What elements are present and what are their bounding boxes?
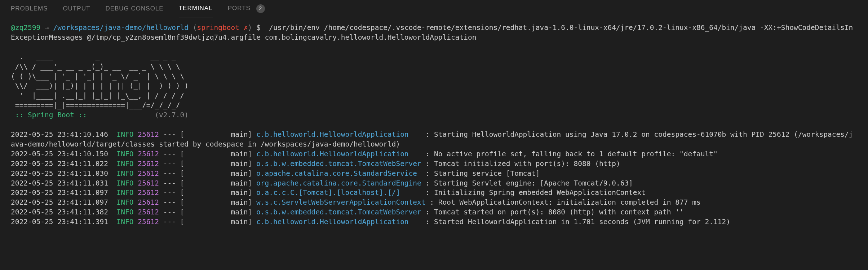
- log-logger: o.s.b.w.embedded.tomcat.TomcatWebServer: [256, 160, 421, 168]
- ports-count-badge: 2: [256, 4, 265, 13]
- log-sep: --- [: [159, 198, 231, 206]
- spring-version: (v2.7.0): [91, 111, 189, 119]
- log-level: INFO: [117, 160, 134, 168]
- log-logger: c.b.helloworld.HelloworldApplication: [256, 130, 421, 139]
- log-logger: c.b.helloworld.HelloworldApplication: [256, 150, 421, 158]
- log-timestamp: 2022-05-25 23:41:11.382: [11, 208, 117, 216]
- log-message: Starting Servlet engine: [Apache Tomcat/…: [434, 179, 633, 187]
- log-line: 2022-05-25 23:41:10.150 INFO 25612 --- […: [11, 149, 857, 159]
- log-message: Starting service [Tomcat]: [434, 169, 540, 178]
- log-sep: --- [: [159, 218, 231, 226]
- log-thread: main: [231, 160, 248, 168]
- log-level: INFO: [117, 198, 134, 206]
- log-logger: w.s.c.ServletWebServerApplicationContext: [256, 198, 426, 206]
- log-thread: main: [231, 218, 248, 226]
- prompt-user: @zq2599: [11, 23, 40, 32]
- log-level: INFO: [117, 150, 134, 158]
- log-timestamp: 2022-05-25 23:41:11.391: [11, 218, 117, 226]
- log-colon: :: [421, 188, 434, 197]
- log-timestamp: 2022-05-25 23:41:11.097: [11, 198, 117, 206]
- terminal-prompt-line: @zq2599 → /workspaces/java-demo/hellowor…: [11, 23, 857, 43]
- log-thread: main: [231, 179, 248, 187]
- log-pid: 25612: [133, 208, 159, 216]
- log-pid: 25612: [133, 130, 159, 139]
- prompt-dollar: $: [256, 23, 269, 32]
- log-sep: --- [: [159, 130, 231, 139]
- log-pid: 25612: [133, 160, 159, 168]
- log-sep-close: ]: [248, 218, 256, 226]
- log-thread: main: [231, 188, 248, 197]
- log-level: INFO: [117, 179, 134, 187]
- log-thread: main: [231, 198, 248, 206]
- log-message: Initializing Spring embedded WebApplicat…: [434, 188, 646, 197]
- log-sep: --- [: [159, 188, 231, 197]
- log-colon: :: [421, 179, 434, 187]
- log-sep-close: ]: [248, 160, 256, 168]
- panel-tabs: PROBLEMS OUTPUT DEBUG CONSOLE TERMINAL P…: [0, 0, 868, 17]
- log-pid: 25612: [133, 218, 159, 226]
- tab-ports-label: PORTS: [228, 5, 251, 12]
- terminal-content[interactable]: @zq2599 → /workspaces/java-demo/hellowor…: [0, 17, 868, 227]
- log-sep-close: ]: [248, 169, 256, 178]
- log-level: INFO: [117, 130, 134, 139]
- log-line: 2022-05-25 23:41:11.031 INFO 25612 --- […: [11, 179, 857, 188]
- log-message: Tomcat initialized with port(s): 8080 (h…: [434, 160, 620, 168]
- log-thread: main: [231, 150, 248, 158]
- log-sep: --- [: [159, 150, 231, 158]
- log-logger: org.apache.catalina.core.StandardEngine: [256, 179, 421, 187]
- log-level: INFO: [117, 208, 134, 216]
- log-line: 2022-05-25 23:41:11.097 INFO 25612 --- […: [11, 198, 857, 208]
- log-sep: --- [: [159, 169, 231, 178]
- log-sep-close: ]: [248, 198, 256, 206]
- prompt-arrow: →: [40, 23, 53, 32]
- tab-terminal[interactable]: TERMINAL: [179, 0, 213, 17]
- log-message: Tomcat started on port(s): 8080 (http) w…: [434, 208, 684, 216]
- log-logger: o.s.b.w.embedded.tomcat.TomcatWebServer: [256, 208, 421, 216]
- log-colon: :: [421, 208, 434, 216]
- log-colon: :: [421, 150, 434, 158]
- log-line: 2022-05-25 23:41:10.146 INFO 25612 --- […: [11, 130, 857, 149]
- tab-output[interactable]: OUTPUT: [63, 0, 90, 17]
- log-timestamp: 2022-05-25 23:41:11.022: [11, 160, 117, 168]
- log-message: No active profile set, falling back to 1…: [434, 150, 718, 158]
- log-logger: c.b.helloworld.HelloworldApplication: [256, 218, 421, 226]
- log-level: INFO: [117, 188, 134, 197]
- log-message: Root WebApplicationContext: initializati…: [438, 198, 701, 206]
- log-logger: o.apache.catalina.core.StandardService: [256, 169, 421, 178]
- log-thread: main: [231, 169, 248, 178]
- log-colon: :: [421, 160, 434, 168]
- prompt-paren-close: ): [248, 23, 256, 32]
- prompt-paren-open: (: [189, 23, 197, 32]
- log-colon: :: [426, 198, 438, 206]
- log-level: INFO: [117, 218, 134, 226]
- log-message: Started HelloworldApplication in 1.701 s…: [434, 218, 730, 226]
- log-pid: 25612: [133, 169, 159, 178]
- log-timestamp: 2022-05-25 23:41:11.031: [11, 179, 117, 187]
- log-sep-close: ]: [248, 150, 256, 158]
- log-colon: :: [421, 130, 434, 139]
- log-pid: 25612: [133, 188, 159, 197]
- spring-boot-version-line: :: Spring Boot :: (v2.7.0): [11, 110, 857, 120]
- tab-ports[interactable]: PORTS 2: [228, 0, 265, 17]
- log-timestamp: 2022-05-25 23:41:11.097: [11, 188, 117, 197]
- log-line: 2022-05-25 23:41:11.097 INFO 25612 --- […: [11, 188, 857, 198]
- log-pid: 25612: [133, 179, 159, 187]
- log-colon: :: [421, 169, 434, 178]
- log-colon: :: [421, 218, 434, 226]
- log-line: 2022-05-25 23:41:11.022 INFO 25612 --- […: [11, 159, 857, 169]
- tab-debug-console[interactable]: DEBUG CONSOLE: [105, 0, 163, 17]
- log-logger: o.a.c.c.C.[Tomcat].[localhost].[/]: [256, 188, 421, 197]
- log-line: 2022-05-25 23:41:11.030 INFO 25612 --- […: [11, 169, 857, 179]
- log-thread: main: [231, 130, 248, 139]
- spring-ascii-banner: . ____ _ __ _ _ /\\ / ___'_ __ _ _(_)_ _…: [11, 52, 857, 110]
- log-pid: 25612: [133, 198, 159, 206]
- log-sep: --- [: [159, 179, 231, 187]
- tab-problems[interactable]: PROBLEMS: [11, 0, 48, 17]
- log-level: INFO: [117, 169, 134, 178]
- prompt-branch: springboot: [197, 23, 239, 32]
- log-sep-close: ]: [248, 179, 256, 187]
- log-thread: main: [231, 208, 248, 216]
- log-sep-close: ]: [248, 188, 256, 197]
- log-sep: --- [: [159, 208, 231, 216]
- log-line: 2022-05-25 23:41:11.391 INFO 25612 --- […: [11, 217, 857, 227]
